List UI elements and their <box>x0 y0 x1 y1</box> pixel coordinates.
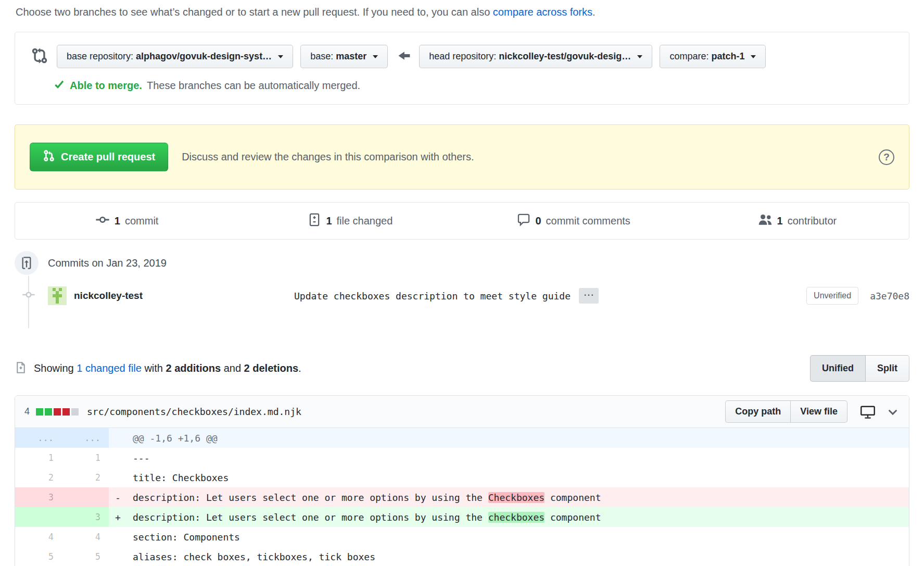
line-number-new[interactable]: 3 <box>62 507 109 527</box>
repo-push-icon <box>15 251 39 275</box>
file-diff-icon <box>308 213 321 229</box>
compare-branch-dropdown[interactable]: compare: patch-1 <box>660 45 766 68</box>
commit-dot-icon <box>22 288 35 304</box>
unverified-badge[interactable]: Unverified <box>806 287 858 305</box>
hunk-header: @@ -1,6 +1,6 @@ <box>109 428 909 448</box>
commits-date-heading: Commits on Jan 23, 2019 <box>48 257 167 269</box>
help-icon[interactable]: ? <box>879 149 894 165</box>
file-icon <box>15 361 27 376</box>
commit-row: nickcolley-test Update checkboxes descri… <box>15 286 909 305</box>
base-repo-label: base repository: <box>67 51 136 61</box>
base-label: base: <box>310 51 336 61</box>
avatar[interactable] <box>48 286 67 305</box>
line-number-old[interactable]: 3 <box>15 487 62 507</box>
diffstat-blocks <box>36 408 79 416</box>
base-value: master <box>336 51 366 61</box>
added-word: checkboxes <box>488 512 545 523</box>
base-branch-dropdown[interactable]: base: master <box>300 45 388 68</box>
diff-line-addition: 3 +description: Let users select one or … <box>15 507 909 527</box>
compare-value: patch-1 <box>711 51 744 61</box>
copy-path-button[interactable]: Copy path <box>725 400 791 423</box>
check-icon <box>54 79 65 93</box>
files-summary: Showing 1 changed file with 2 additions … <box>15 355 909 382</box>
line-number-new[interactable]: 5 <box>62 547 109 566</box>
changed-file-link[interactable]: 1 changed file <box>77 362 142 374</box>
commit-message[interactable]: Update checkboxes description to meet st… <box>294 291 571 301</box>
diff-line-context: 4 4 section: Components <box>15 527 909 547</box>
view-file-button[interactable]: View file <box>791 400 847 423</box>
hunk-new-gutter: ... <box>62 428 109 448</box>
dropdown-caret-icon <box>751 55 756 58</box>
diffstat-count: 4 <box>24 406 30 417</box>
summary-text: Showing 1 changed file with 2 additions … <box>34 362 301 374</box>
merge-status: Able to merge. These branches can be aut… <box>54 79 896 93</box>
banner-text: Discuss and review the changes in this c… <box>182 151 879 163</box>
diff-line-content: +description: Let users select one or mo… <box>109 507 909 527</box>
commit-message-expander[interactable]: ⋯ <box>579 288 599 304</box>
stat-contributors-label: contributor <box>788 215 837 227</box>
compare-page: Choose two branches to see what’s change… <box>0 0 924 566</box>
intro-after: . <box>592 6 596 18</box>
dropdown-caret-icon <box>373 55 378 58</box>
dropdown-caret-icon <box>637 55 642 58</box>
git-compare-icon <box>31 47 48 67</box>
branch-selector-box: base repository: alphagov/govuk-design-s… <box>15 32 909 105</box>
line-number-new[interactable]: 4 <box>62 527 109 547</box>
head-repo-label: head repository: <box>429 51 499 61</box>
summary-and: and <box>221 362 244 374</box>
line-number-new[interactable] <box>62 487 109 507</box>
line-number-old[interactable]: 5 <box>15 547 62 566</box>
base-repository-dropdown[interactable]: base repository: alphagov/govuk-design-s… <box>57 45 293 68</box>
dropdown-caret-icon <box>278 55 283 58</box>
stats-bar: 1 commit 1 file changed 0 commit comment… <box>15 202 909 240</box>
intro-before: Choose two branches to see what’s change… <box>16 6 493 18</box>
compare-label: compare: <box>669 51 711 61</box>
stat-commit-comments[interactable]: 0 commit comments <box>462 213 686 229</box>
intro-text: Choose two branches to see what’s change… <box>16 6 924 18</box>
file-path: src/components/checkboxes/index.md.njk <box>87 406 301 417</box>
stat-files-changed[interactable]: 1 file changed <box>238 213 462 229</box>
stat-files-count: 1 <box>326 215 332 227</box>
commit-sha[interactable]: a3e70e8 <box>870 291 909 301</box>
merge-status-title: Able to merge. <box>70 80 142 92</box>
unified-view-button[interactable]: Unified <box>810 355 866 382</box>
stat-commits[interactable]: 1 commit <box>15 212 238 230</box>
summary-additions: 2 additions <box>166 362 221 374</box>
line-number-old[interactable]: 1 <box>15 448 62 468</box>
stat-comments-count: 0 <box>535 215 541 227</box>
line-number-old[interactable]: 2 <box>15 468 62 487</box>
line-number-old[interactable] <box>15 507 62 527</box>
compare-across-forks-link[interactable]: compare across forks <box>493 6 592 18</box>
chevron-down-icon[interactable] <box>886 405 900 419</box>
git-pull-request-icon <box>43 149 55 165</box>
merge-status-description: These branches can be automatically merg… <box>147 80 360 92</box>
base-repo-value: alphagov/govuk-design-syst… <box>136 51 272 61</box>
diff-line-content: -description: Let users select one or mo… <box>109 487 909 507</box>
commit-author[interactable]: nickcolley-test <box>74 290 294 301</box>
diff-file-box: 4 src/components/checkboxes/index.md.njk… <box>15 395 909 566</box>
rich-diff-icon[interactable] <box>860 404 876 420</box>
summary-deletions: 2 deletions <box>244 362 298 374</box>
diff-line-content: aliases: check boxes, tickboxes, tick bo… <box>109 547 909 566</box>
diff-line-content: --- <box>109 448 909 468</box>
diff-line-content: title: Checkboxes <box>109 468 909 487</box>
summary-showing: Showing <box>34 362 77 374</box>
create-pr-banner: Create pull request Discuss and review t… <box>15 124 909 190</box>
head-repo-value: nickcolley-test/govuk-desig… <box>499 51 631 61</box>
line-number-old[interactable]: 4 <box>15 527 62 547</box>
hunk-old-gutter: ... <box>15 428 62 448</box>
commits-section: Commits on Jan 23, 2019 nickcolley-test <box>15 251 909 305</box>
head-repository-dropdown[interactable]: head repository: nickcolley-test/govuk-d… <box>419 45 652 68</box>
diff-hunk-row: ... ... @@ -1,6 +1,6 @@ <box>15 428 909 448</box>
stat-comments-label: commit comments <box>546 215 630 227</box>
line-number-new[interactable]: 1 <box>62 448 109 468</box>
create-pull-request-button[interactable]: Create pull request <box>30 143 168 171</box>
stat-commits-label: commit <box>125 215 158 227</box>
stat-files-label: file changed <box>337 215 393 227</box>
commit-icon <box>95 212 110 230</box>
line-number-new[interactable]: 2 <box>62 468 109 487</box>
deleted-word: Checkboxes <box>488 492 545 503</box>
split-view-button[interactable]: Split <box>866 355 909 382</box>
stat-contributors[interactable]: 1 contributor <box>686 212 909 230</box>
summary-with: with <box>142 362 166 374</box>
